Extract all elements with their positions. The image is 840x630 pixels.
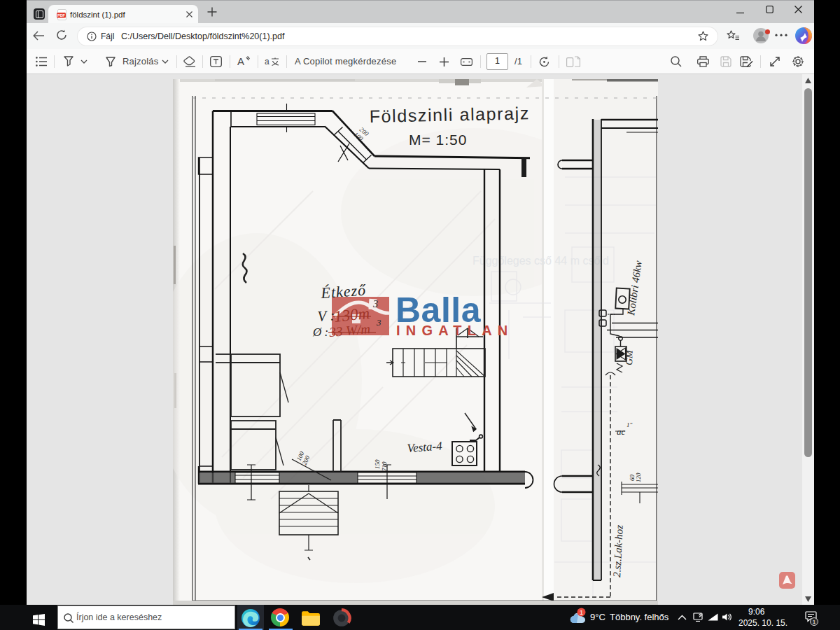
svg-text:3: 3 bbox=[372, 299, 378, 309]
svg-text:a: a bbox=[265, 57, 270, 66]
svg-text:Földszinli alaprajz: Földszinli alaprajz bbox=[370, 103, 531, 126]
svg-text:M= 1:50: M= 1:50 bbox=[409, 132, 467, 148]
svg-text:PDF: PDF bbox=[57, 13, 65, 18]
svg-text:A: A bbox=[237, 55, 244, 67]
svg-text:33 W/m: 33 W/m bbox=[328, 321, 371, 340]
svg-text:Függőleges cső 44 m csőid: Függőleges cső 44 m csőid bbox=[472, 255, 609, 267]
svg-text:1": 1" bbox=[626, 421, 633, 428]
svg-text:Ø :: Ø : bbox=[312, 326, 328, 339]
svg-text:3: 3 bbox=[376, 317, 382, 328]
svg-text:710: 710 bbox=[381, 461, 388, 471]
svg-text:Étkező: Étkező bbox=[320, 281, 367, 302]
svg-text:V :: V : bbox=[317, 307, 335, 325]
svg-text:Vesta-4: Vesta-4 bbox=[407, 440, 443, 455]
svg-text:120: 120 bbox=[635, 472, 642, 482]
svg-text:150: 150 bbox=[374, 459, 381, 469]
svg-text:1: 1 bbox=[813, 619, 816, 625]
svg-text:GM: GM bbox=[624, 349, 635, 365]
svg-text:1: 1 bbox=[580, 609, 583, 616]
svg-text:INGATLAN: INGATLAN bbox=[396, 323, 513, 338]
